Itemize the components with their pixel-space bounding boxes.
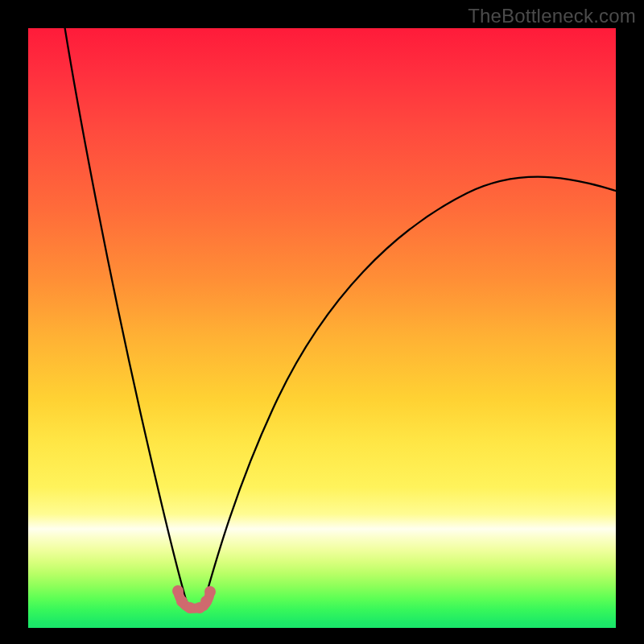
- chart-frame: TheBottleneck.com: [0, 0, 644, 644]
- curve-right-branch: [204, 177, 616, 604]
- curve-left-branch: [64, 28, 188, 604]
- trough-dot-5: [200, 596, 212, 607]
- trough-dot-3: [184, 602, 196, 613]
- trough-dot-1: [172, 585, 184, 597]
- watermark-text: TheBottleneck.com: [468, 5, 636, 27]
- plot-area: [28, 28, 616, 628]
- curve-layer: [28, 28, 616, 628]
- trough-dot-6: [204, 586, 216, 597]
